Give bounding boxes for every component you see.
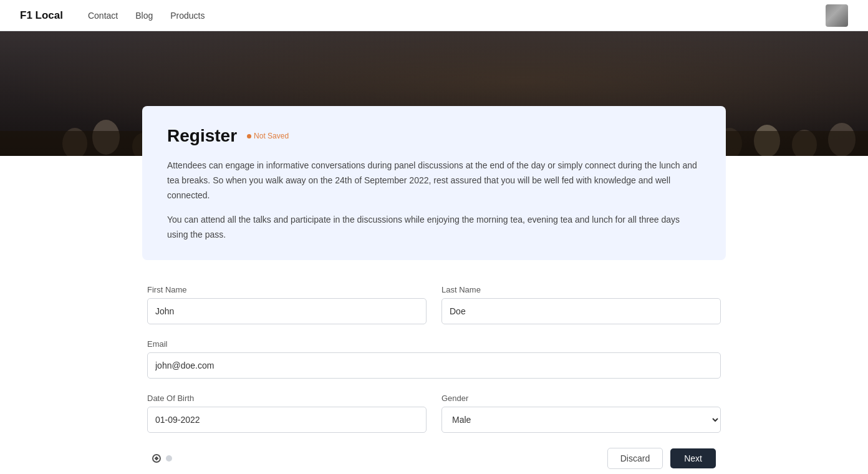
dob-group: Date Of Birth: [147, 394, 427, 433]
gender-select[interactable]: Male Female Other Prefer not to say: [441, 407, 721, 433]
name-row: First Name Last Name: [147, 285, 721, 324]
gender-group: Gender Male Female Other Prefer not to s…: [441, 394, 721, 433]
not-saved-dot: [247, 134, 251, 138]
first-name-label: First Name: [147, 285, 427, 294]
not-saved-badge: Not Saved: [247, 132, 289, 140]
gender-label: Gender: [441, 394, 721, 403]
first-name-group: First Name: [147, 285, 427, 324]
pagination-dot-2: [166, 455, 172, 462]
main-content: Register Not Saved Attendees can engage …: [122, 106, 746, 474]
email-group: Email: [147, 339, 721, 379]
nav-products[interactable]: Products: [170, 11, 205, 21]
register-title: Register: [167, 126, 237, 146]
navbar: F1 Local Contact Blog Products: [0, 0, 868, 31]
pagination-dots: [152, 454, 172, 463]
last-name-group: Last Name: [441, 285, 721, 324]
first-name-input[interactable]: [147, 298, 427, 324]
register-card: Register Not Saved Attendees can engage …: [142, 106, 726, 260]
next-button[interactable]: Next: [670, 448, 716, 468]
register-description: Attendees can engage in informative conv…: [167, 158, 701, 243]
form-footer: Discard Next: [147, 448, 721, 469]
dob-gender-row: Date Of Birth Gender Male Female Other P…: [147, 394, 721, 433]
description-para-1: Attendees can engage in informative conv…: [167, 158, 701, 203]
not-saved-label: Not Saved: [254, 132, 289, 140]
dob-input[interactable]: [147, 407, 427, 433]
discard-button[interactable]: Discard: [607, 448, 663, 469]
registration-form: First Name Last Name Email Date Of Birth…: [142, 285, 726, 469]
nav-brand[interactable]: F1 Local: [20, 9, 63, 22]
avatar[interactable]: [826, 4, 848, 27]
register-header: Register Not Saved: [167, 126, 701, 146]
email-label: Email: [147, 339, 721, 349]
nav-links: Contact Blog Products: [88, 11, 205, 21]
nav-contact[interactable]: Contact: [88, 11, 118, 21]
email-input[interactable]: [147, 352, 721, 379]
description-para-2: You can attend all the talks and partici…: [167, 213, 701, 243]
nav-blog[interactable]: Blog: [135, 11, 153, 21]
last-name-input[interactable]: [441, 298, 721, 324]
last-name-label: Last Name: [441, 285, 721, 294]
dob-label: Date Of Birth: [147, 394, 427, 403]
pagination-dot-1: [152, 454, 161, 463]
email-row: Email: [147, 339, 721, 379]
avatar-image: [826, 4, 848, 27]
